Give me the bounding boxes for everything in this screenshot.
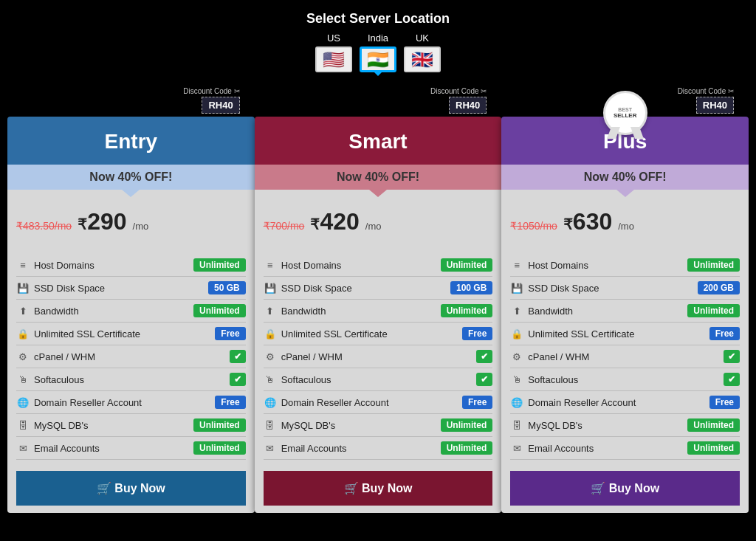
feature-label: cPanel / WHM	[281, 351, 343, 362]
bestseller-circle: BEST SELLER	[603, 91, 647, 135]
feature-label: SSD Disk Space	[34, 283, 105, 294]
location-us-label: US	[327, 32, 340, 44]
buy-button-smart[interactable]: 🛒 Buy Now	[264, 471, 493, 506]
buy-button-plus[interactable]: 🛒 Buy Now	[510, 471, 740, 506]
discount-label: Discount Code ✂	[183, 87, 239, 95]
bestseller-badge: BEST SELLER	[603, 91, 647, 135]
plan-wrapper-plus: BEST SELLER Discount Code ✂ RH40 PlusNow…	[501, 87, 749, 513]
plan-banner-plus: Now 40% OFF!	[501, 165, 749, 190]
feature-badge: ✔	[230, 350, 246, 363]
feature-label: Unlimited SSL Certificate	[528, 328, 634, 340]
feature-icon: ≡	[264, 260, 277, 271]
feature-label: Domain Reseller Account	[34, 397, 142, 408]
feature-label: Bandwidth	[528, 306, 573, 317]
feature-icon: 💾	[16, 283, 30, 294]
feature-label: SSD Disk Space	[281, 283, 352, 294]
feature-label: Softaculous	[34, 374, 84, 385]
list-item: 🌐 Domain Reseller Account Free	[510, 391, 740, 414]
list-item: ⬆ Bandwidth Unlimited	[264, 300, 493, 323]
feature-badge: Unlimited	[441, 258, 493, 272]
feature-icon: 🔒	[510, 328, 523, 340]
feature-icon: ✉	[16, 443, 30, 454]
price-section-plus: ₹1050/mo ₹630 /mo	[510, 204, 740, 243]
feature-badge: Free	[462, 327, 492, 340]
plans-container: Discount Code ✂ RH40 EntryNow 40% OFF! ₹…	[7, 87, 749, 513]
plan-name-smart: Smart	[262, 130, 495, 154]
feature-badge: Unlimited	[687, 258, 740, 272]
plan-wrapper-entry: Discount Code ✂ RH40 EntryNow 40% OFF! ₹…	[7, 87, 255, 513]
list-item: 💾 SSD Disk Space 200 GB	[510, 277, 740, 300]
feature-icon: ⚙	[16, 351, 30, 362]
plan-banner-entry: Now 40% OFF!	[7, 165, 255, 190]
plan-header-entry: Entry	[7, 117, 255, 165]
location-selector: US 🇺🇸 India 🇮🇳 UK 🇬🇧	[315, 32, 441, 72]
location-uk[interactable]: UK 🇬🇧	[404, 32, 441, 72]
feature-label: Bandwidth	[281, 306, 326, 317]
plan-card-entry: EntryNow 40% OFF! ₹483.50/mo ₹290 /mo ≡ …	[7, 117, 255, 513]
plan-header-smart: Smart	[255, 117, 502, 165]
feature-badge: Unlimited	[687, 304, 740, 317]
discount-badge-plus: Discount Code ✂ RH40	[678, 87, 734, 114]
list-item: 🖱 Softaculous ✔	[16, 368, 246, 391]
feature-icon: 🖱	[264, 374, 277, 385]
feature-label: MySQL DB's	[528, 420, 583, 431]
feature-icon: ⬆	[264, 306, 277, 317]
feature-badge: 100 GB	[450, 281, 492, 294]
list-item: 🗄 MySQL DB's Unlimited	[16, 414, 246, 437]
list-item: ✉ Email Accounts Unlimited	[510, 437, 740, 460]
feature-label: Email Accounts	[281, 443, 347, 454]
list-item: 💾 SSD Disk Space 50 GB	[16, 277, 246, 300]
feature-icon: 🌐	[16, 397, 30, 408]
feature-badge: Unlimited	[687, 418, 740, 432]
feature-badge: Unlimited	[441, 304, 493, 317]
feature-label: Domain Reseller Account	[281, 397, 389, 408]
list-item: ✉ Email Accounts Unlimited	[264, 437, 493, 460]
location-india[interactable]: India 🇮🇳	[360, 32, 396, 72]
discount-badge-entry: Discount Code ✂ RH40	[183, 87, 239, 114]
feature-badge: Unlimited	[193, 258, 246, 272]
new-price-plus: ₹630	[563, 208, 612, 235]
feature-badge: ✔	[476, 373, 492, 386]
discount-label: Discount Code ✂	[678, 87, 734, 95]
plan-body-entry: ₹483.50/mo ₹290 /mo ≡ Host Domains Unlim…	[7, 190, 255, 513]
buy-button-entry[interactable]: 🛒 Buy Now	[16, 471, 246, 506]
plan-body-smart: ₹700/mo ₹420 /mo ≡ Host Domains Unlimite…	[255, 190, 502, 513]
list-item: ≡ Host Domains Unlimited	[510, 254, 740, 277]
features-list-smart: ≡ Host Domains Unlimited 💾 SSD Disk Spac…	[264, 254, 493, 460]
feature-icon: 🗄	[510, 420, 523, 431]
feature-icon: ✉	[510, 443, 523, 454]
feature-icon: ⚙	[510, 351, 523, 362]
list-item: 🗄 MySQL DB's Unlimited	[510, 414, 740, 437]
list-item: 🔒 Unlimited SSL Certificate Free	[16, 323, 246, 345]
feature-icon: ≡	[16, 260, 30, 271]
price-section-entry: ₹483.50/mo ₹290 /mo	[16, 204, 246, 243]
feature-badge: Unlimited	[193, 441, 246, 455]
price-section-smart: ₹700/mo ₹420 /mo	[264, 204, 493, 243]
list-item: ≡ Host Domains Unlimited	[16, 254, 246, 277]
feature-badge: Unlimited	[193, 304, 246, 317]
feature-badge: ✔	[724, 350, 740, 363]
feature-badge: ✔	[230, 373, 246, 386]
feature-label: Email Accounts	[34, 443, 100, 454]
feature-icon: 💾	[510, 283, 523, 294]
feature-badge: Unlimited	[687, 441, 740, 455]
feature-badge: ✔	[476, 350, 492, 363]
per-mo-plus: /mo	[618, 221, 634, 232]
feature-label: Domain Reseller Account	[528, 397, 636, 408]
feature-icon: 🔒	[264, 328, 277, 340]
list-item: ⚙ cPanel / WHM ✔	[16, 345, 246, 368]
page-title: Select Server Location	[306, 11, 450, 27]
location-us[interactable]: US 🇺🇸	[315, 32, 352, 72]
list-item: 🗄 MySQL DB's Unlimited	[264, 414, 493, 437]
old-price-smart: ₹700/mo	[264, 220, 305, 232]
feature-badge: Free	[709, 396, 740, 409]
discount-code: RH40	[696, 97, 734, 114]
list-item: 🌐 Domain Reseller Account Free	[16, 391, 246, 414]
list-item: 🔒 Unlimited SSL Certificate Free	[264, 323, 493, 345]
list-item: ✉ Email Accounts Unlimited	[16, 437, 246, 460]
features-list-entry: ≡ Host Domains Unlimited 💾 SSD Disk Spac…	[16, 254, 246, 460]
features-list-plus: ≡ Host Domains Unlimited 💾 SSD Disk Spac…	[510, 254, 740, 460]
feature-badge: Free	[462, 396, 492, 409]
plan-banner-smart: Now 40% OFF!	[255, 165, 502, 190]
feature-label: Host Domains	[528, 260, 588, 271]
